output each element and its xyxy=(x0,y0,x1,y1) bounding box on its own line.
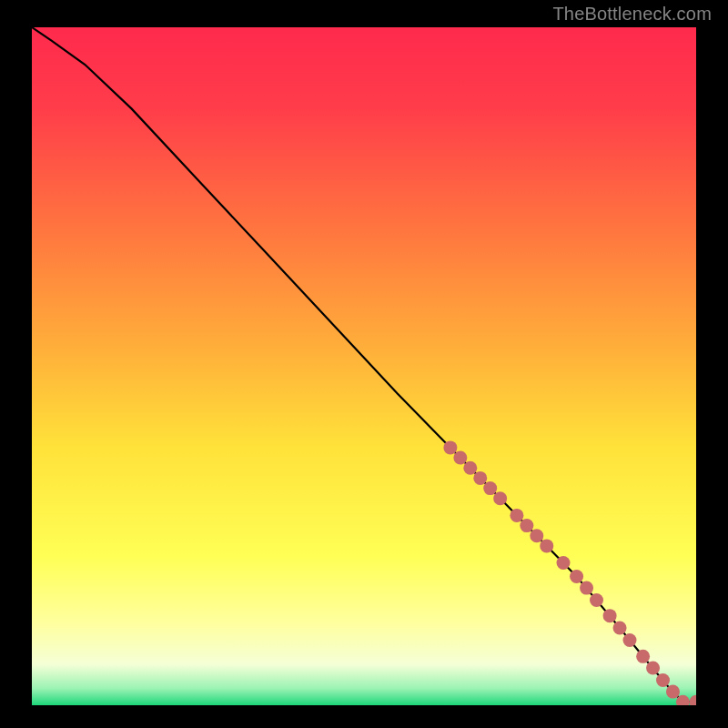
data-marker xyxy=(580,581,593,595)
data-marker xyxy=(510,509,523,522)
attribution-label: TheBottleneck.com xyxy=(552,4,712,25)
data-marker xyxy=(570,570,583,583)
data-marker xyxy=(646,662,660,675)
data-marker xyxy=(603,609,617,622)
data-marker xyxy=(623,633,637,647)
data-marker xyxy=(557,556,571,570)
data-marker xyxy=(493,491,507,505)
bottleneck-chart xyxy=(32,27,696,705)
data-marker xyxy=(666,685,680,699)
plot-area xyxy=(32,27,696,705)
data-marker xyxy=(463,461,477,475)
data-marker xyxy=(520,519,533,532)
data-marker xyxy=(483,481,497,495)
data-marker xyxy=(530,529,543,542)
data-marker xyxy=(656,673,670,687)
data-marker xyxy=(453,451,467,465)
chart-stage: TheBottleneck.com xyxy=(0,0,728,728)
data-marker xyxy=(540,539,553,552)
data-marker xyxy=(443,440,457,454)
data-marker xyxy=(636,650,650,663)
data-marker xyxy=(473,471,487,485)
data-marker xyxy=(590,593,603,607)
data-marker xyxy=(613,622,627,635)
